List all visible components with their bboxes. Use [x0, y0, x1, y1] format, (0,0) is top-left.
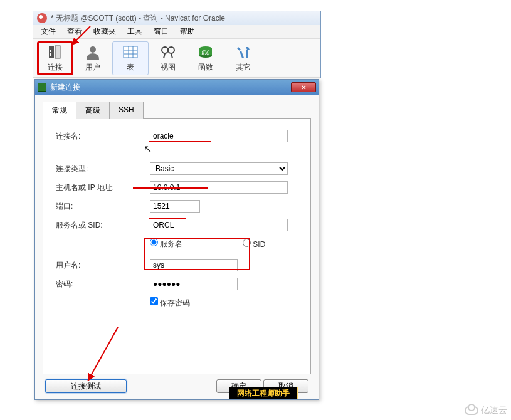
svg-point-4 [90, 46, 96, 53]
label-password: 密码: [56, 279, 150, 290]
toolbar-view-button[interactable]: 视图 [150, 41, 186, 75]
window-title: * 无标题 @SCOTT (scott) - 查询 - Navicat for … [51, 13, 225, 24]
tabpanel-general: 连接名: ↖ 连接类型: Basic 主机名或 IP 地址: 端口: [43, 119, 311, 374]
tab-advanced[interactable]: 高级 [76, 102, 110, 119]
watermark-brand: 亿速云 [465, 405, 507, 416]
dialog-title: 新建连接 [50, 82, 80, 93]
annotation-underline-2 [133, 187, 208, 189]
toolbar: 连接 用户 表 视图 f(x) 函数 [33, 39, 320, 78]
main-window: * 无标题 @SCOTT (scott) - 查询 - Navicat for … [33, 11, 321, 78]
toolbar-user-button[interactable]: 用户 [75, 41, 111, 75]
toolbar-user-label: 用户 [85, 62, 100, 73]
toolbar-view-label: 视图 [161, 62, 176, 73]
toolbar-connect-button[interactable]: 连接 [37, 41, 73, 75]
svg-rect-3 [50, 53, 51, 56]
svg-rect-5 [124, 46, 137, 58]
app-icon [37, 13, 47, 23]
new-connection-dialog: 新建连接 ✕ 常规 高级 SSH 连接名: ↖ 连接类型: Basic [34, 79, 319, 400]
toolbar-other-label: 其它 [236, 62, 251, 73]
menu-favorites[interactable]: 收藏夹 [88, 25, 121, 38]
input-port[interactable] [150, 200, 200, 213]
svg-rect-19 [240, 51, 244, 58]
input-sid[interactable] [150, 219, 288, 231]
view-icon [158, 43, 178, 61]
toolbar-table-label: 表 [127, 62, 134, 73]
input-password[interactable] [150, 278, 238, 290]
radio-sid-input[interactable] [243, 239, 251, 247]
svg-rect-2 [50, 50, 51, 52]
cloud-icon [465, 406, 478, 415]
checkbox-save-password-input[interactable] [150, 297, 158, 305]
annotation-underline-3 [149, 218, 186, 219]
menubar: 文件 查看 收藏夹 工具 窗口 帮助 [33, 25, 320, 39]
menu-file[interactable]: 文件 [36, 25, 61, 38]
svg-rect-1 [55, 46, 60, 58]
checkbox-save-password[interactable]: 保存密码 [150, 297, 244, 308]
close-button[interactable]: ✕ [291, 82, 316, 92]
svg-text:f(x): f(x) [202, 50, 210, 56]
cursor-icon: ↖ [144, 143, 152, 155]
input-conn-name[interactable] [150, 130, 288, 142]
toolbar-connect-label: 连接 [48, 62, 63, 73]
close-icon: ✕ [301, 84, 306, 91]
function-icon: f(x) [196, 43, 216, 61]
svg-rect-20 [246, 50, 248, 58]
test-connection-button[interactable]: 连接测试 [45, 379, 127, 393]
toolbar-function-label: 函数 [198, 62, 213, 73]
select-conn-type[interactable]: Basic [150, 162, 288, 175]
label-conn-type: 连接类型: [56, 164, 150, 174]
toolbar-function-button[interactable]: f(x) 函数 [187, 41, 224, 75]
tab-general[interactable]: 常规 [43, 102, 76, 119]
titlebar: * 无标题 @SCOTT (scott) - 查询 - Navicat for … [33, 11, 320, 25]
radio-sid[interactable]: SID [243, 239, 298, 249]
watermark-banner: 网络工程师助手 [229, 387, 298, 399]
menu-tools[interactable]: 工具 [122, 25, 147, 38]
dialog-titlebar: 新建连接 ✕ [35, 80, 319, 95]
table-icon [120, 43, 140, 61]
annotation-underline-1 [149, 141, 211, 142]
radio-service[interactable]: 服务名 [150, 238, 205, 249]
radio-service-input[interactable] [150, 238, 158, 246]
tabstrip: 常规 高级 SSH [43, 101, 311, 119]
label-username: 用户名: [56, 260, 150, 271]
menu-window[interactable]: 窗口 [149, 25, 174, 38]
tools-icon [233, 43, 253, 61]
toolbar-other-button[interactable]: 其它 [225, 41, 261, 75]
toolbar-table-button[interactable]: 表 [112, 41, 149, 75]
menu-help[interactable]: 帮助 [175, 25, 200, 38]
svg-line-13 [164, 53, 165, 58]
plug-icon [45, 43, 65, 61]
label-port: 端口: [56, 201, 150, 212]
label-conn-name: 连接名: [56, 131, 150, 142]
label-sid: 服务名或 SID: [56, 220, 150, 231]
svg-line-14 [171, 53, 172, 58]
menu-view[interactable]: 查看 [62, 25, 87, 38]
input-username[interactable] [150, 259, 238, 271]
db-icon [38, 83, 46, 92]
user-icon [83, 43, 103, 61]
svg-point-10 [162, 47, 168, 53]
watermark-brand-text: 亿速云 [481, 405, 507, 416]
svg-point-11 [168, 47, 174, 53]
tab-ssh[interactable]: SSH [109, 102, 144, 119]
